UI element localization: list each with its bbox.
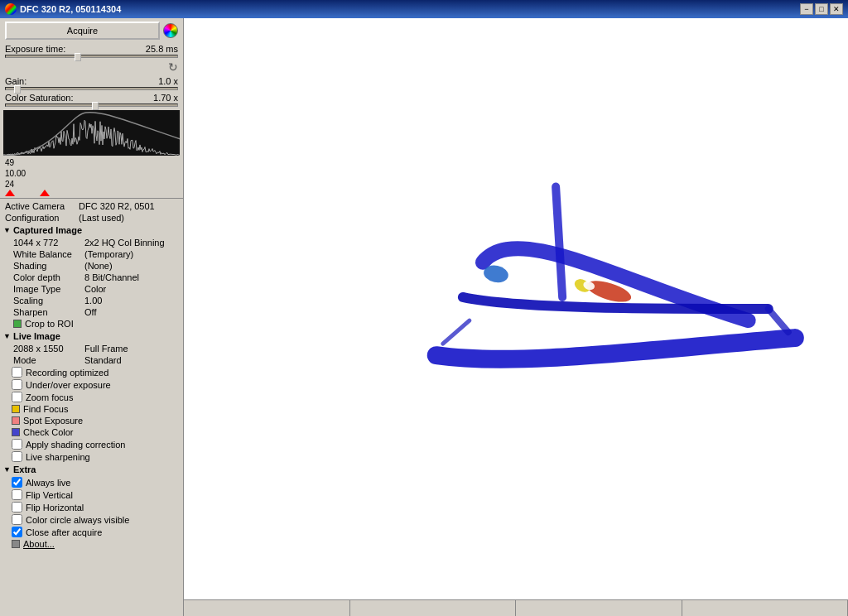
gain-slider-thumb[interactable] bbox=[14, 85, 21, 94]
captured-image-triangle: ▼ bbox=[3, 226, 11, 234]
exposure-slider-track bbox=[5, 55, 178, 58]
exposure-time-label: Exposure time: bbox=[5, 44, 65, 54]
acquire-button[interactable]: Acquire bbox=[5, 22, 160, 40]
main-image-canvas bbox=[184, 18, 848, 599]
maximize-button[interactable]: □ bbox=[815, 3, 828, 15]
live-mode-row: Mode Standard bbox=[0, 354, 183, 366]
live-resolution-val: Full Frame bbox=[84, 344, 178, 354]
check-color-dot bbox=[12, 428, 20, 436]
exposure-slider-thumb[interactable] bbox=[75, 53, 81, 61]
live-image-label: Live Image bbox=[13, 331, 60, 341]
histogram-canvas bbox=[3, 110, 180, 156]
left-panel: Acquire Exposure time: 25.8 ms ↻ Gain: 1… bbox=[0, 18, 184, 616]
bottom-padding bbox=[0, 550, 183, 566]
flip-vertical-row: Flip Vertical bbox=[0, 488, 183, 501]
about-label[interactable]: About... bbox=[23, 539, 55, 549]
color-sat-label: Color Saturation: bbox=[5, 93, 74, 103]
exposure-icon-row: ↻ bbox=[0, 60, 183, 75]
live-resolution-key: 2088 x 1550 bbox=[13, 344, 81, 354]
close-after-acquire-row: Close after acquire bbox=[0, 526, 183, 538]
live-sharpen-checkbox[interactable] bbox=[12, 451, 22, 462]
right-panel bbox=[184, 18, 848, 616]
zoom-focus-row: Zoom focus bbox=[0, 391, 183, 403]
flip-vertical-label: Flip Vertical bbox=[26, 490, 73, 500]
spot-exposure-label: Spot Exposure bbox=[23, 416, 83, 426]
gain-value: 1.0 x bbox=[158, 76, 178, 86]
active-camera-value: DFC 320 R2, 0501 bbox=[79, 201, 178, 211]
color-circle-visible-checkbox[interactable] bbox=[12, 514, 22, 525]
gain-slider-track bbox=[5, 87, 178, 90]
scaling-row: Scaling 1.00 bbox=[0, 295, 183, 306]
color-depth-key: Color depth bbox=[13, 272, 81, 282]
white-point-arrow[interactable] bbox=[40, 190, 50, 196]
active-camera-label: Active Camera bbox=[5, 201, 75, 211]
sharpen-val: Off bbox=[84, 307, 178, 317]
zoom-focus-checkbox[interactable] bbox=[12, 392, 22, 402]
flip-horizontal-row: Flip Horizontal bbox=[0, 501, 183, 513]
white-balance-key: White Balance bbox=[13, 249, 81, 259]
refresh-icon[interactable]: ↻ bbox=[168, 60, 178, 74]
recording-optimized-label: Recording optimized bbox=[26, 368, 108, 378]
live-mode-key: Mode bbox=[13, 355, 81, 365]
live-image-triangle: ▼ bbox=[3, 332, 11, 340]
black-point-arrow[interactable] bbox=[5, 190, 15, 196]
configuration-row: Configuration (Last used) bbox=[0, 212, 183, 224]
color-sat-slider-container bbox=[0, 103, 183, 108]
check-color-row: Check Color bbox=[0, 426, 183, 438]
status-seg3 bbox=[516, 600, 682, 616]
divider-1 bbox=[0, 198, 183, 199]
flip-vertical-checkbox[interactable] bbox=[12, 489, 22, 500]
color-circle-visible-label: Color circle always visible bbox=[26, 515, 129, 525]
flip-horizontal-checkbox[interactable] bbox=[12, 502, 22, 513]
status-seg4 bbox=[682, 600, 849, 616]
under-over-exposure-checkbox[interactable] bbox=[12, 379, 22, 390]
window-title: DFC 320 R2, 050114304 bbox=[20, 4, 121, 14]
sharpen-row: Sharpen Off bbox=[0, 306, 183, 318]
spot-exposure-row: Spot Exposure bbox=[0, 415, 183, 426]
always-live-label: Always live bbox=[26, 478, 70, 488]
always-live-row: Always live bbox=[0, 476, 183, 488]
title-bar-left: DFC 320 R2, 050114304 bbox=[5, 3, 121, 15]
active-camera-row: Active Camera DFC 320 R2, 0501 bbox=[0, 200, 183, 212]
shading-key: Shading bbox=[13, 261, 81, 271]
white-balance-row: White Balance (Temporary) bbox=[0, 248, 183, 260]
apply-shading-row: Apply shading correction bbox=[0, 438, 183, 450]
about-row: About... bbox=[0, 538, 183, 550]
close-button[interactable]: ✕ bbox=[830, 3, 843, 15]
live-sharpen-row: Live sharpening bbox=[0, 450, 183, 463]
main-layout: Acquire Exposure time: 25.8 ms ↻ Gain: 1… bbox=[0, 18, 848, 616]
scaling-val: 1.00 bbox=[84, 296, 178, 306]
color-wheel-icon[interactable] bbox=[163, 23, 178, 38]
live-resolution-row: 2088 x 1550 Full Frame bbox=[0, 343, 183, 354]
apply-shading-label: Apply shading correction bbox=[26, 440, 125, 450]
captured-resolution-key: 1044 x 772 bbox=[13, 238, 81, 248]
sharpen-key: Sharpen bbox=[13, 307, 81, 317]
minimize-button[interactable]: − bbox=[800, 3, 813, 15]
apply-shading-checkbox[interactable] bbox=[12, 439, 22, 450]
close-after-acquire-checkbox[interactable] bbox=[12, 527, 22, 537]
shading-row: Shading (None) bbox=[0, 260, 183, 272]
captured-image-section-header[interactable]: ▼ Captured Image bbox=[0, 224, 183, 237]
under-over-exposure-label: Under/over exposure bbox=[26, 380, 111, 390]
status-seg1 bbox=[184, 600, 350, 616]
color-depth-val: 8 Bit/Channel bbox=[84, 272, 178, 282]
extra-section-header[interactable]: ▼ Extra bbox=[0, 463, 183, 476]
color-sat-slider-track bbox=[5, 103, 178, 107]
image-view bbox=[184, 18, 848, 599]
image-type-row: Image Type Color bbox=[0, 283, 183, 295]
histogram-area bbox=[3, 110, 180, 156]
image-type-key: Image Type bbox=[13, 284, 81, 294]
acquire-row: Acquire bbox=[0, 18, 183, 43]
recording-optimized-checkbox[interactable] bbox=[12, 367, 22, 378]
always-live-checkbox[interactable] bbox=[12, 477, 22, 488]
configuration-label: Configuration bbox=[5, 213, 75, 223]
captured-resolution-row: 1044 x 772 2x2 HQ Col Binning bbox=[0, 237, 183, 248]
title-controls: − □ ✕ bbox=[800, 3, 843, 15]
exposure-time-value: 25.8 ms bbox=[146, 44, 178, 54]
find-focus-row: Find Focus bbox=[0, 403, 183, 415]
live-image-section-header[interactable]: ▼ Live Image bbox=[0, 330, 183, 343]
spot-exposure-dot bbox=[12, 416, 20, 425]
exposure-time-row: Exposure time: 25.8 ms bbox=[0, 43, 183, 55]
color-sat-slider-thumb[interactable] bbox=[92, 102, 99, 110]
scaling-key: Scaling bbox=[13, 296, 81, 306]
